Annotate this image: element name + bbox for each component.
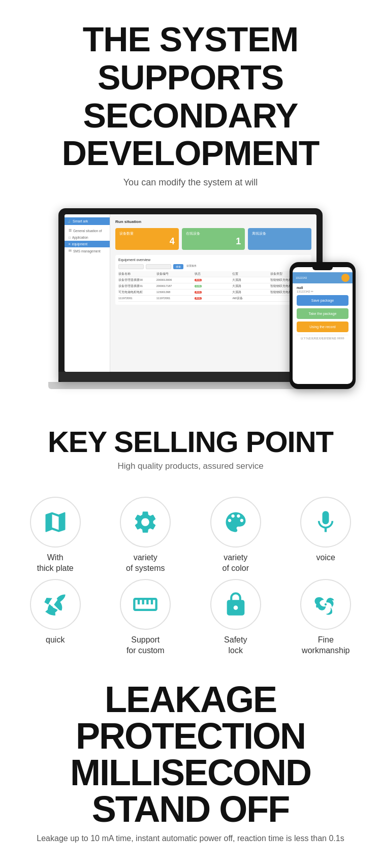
systems-label: varietyof systems	[126, 553, 165, 574]
table-row: 设备管理器摘要00 2000013006 离线 大溪路 智能物联充电柜控	[118, 277, 308, 283]
laptop-mockup: ⚓ Smart ark ☰General situation of □Appli…	[58, 208, 323, 382]
quick-label: quick	[46, 635, 65, 646]
logo-bar: ⚓ Smart ark	[65, 217, 110, 225]
standoff-title: STAND OFF	[15, 791, 366, 827]
phone-status-bar: 13122242	[293, 272, 353, 283]
phone-notch	[312, 267, 333, 270]
icons-grid: Withthick plate varietyof systems variet…	[0, 481, 381, 666]
search-btn[interactable]: 搜索	[173, 264, 183, 269]
table-row: 设备管理器摘要01 2000017187 在线 大溪路 智能物联充电柜控	[118, 283, 308, 290]
stat-card-green: 在线设备 1	[182, 228, 245, 250]
icon-item-workmanship: Fineworkmanship	[281, 579, 371, 656]
workmanship-label: Fineworkmanship	[302, 635, 350, 656]
icon-item-custom: Supportfor custom	[101, 579, 191, 656]
hero-section: THE SYSTEM SUPPORTS SECONDARY DEVELOPMEN…	[0, 0, 381, 198]
table-header: 设备名称 设备编号 状态 位置 设备类型	[118, 271, 308, 277]
stat-card-orange: 设备数量 4	[115, 228, 179, 250]
icon-item-quick: quick	[10, 579, 101, 656]
voice-circle	[300, 497, 351, 548]
color-circle	[210, 497, 261, 548]
rocket-icon	[42, 591, 69, 618]
ruler-icon	[132, 591, 158, 618]
leakage-subtitle: Leakage up to 10 mA time, instant automa…	[15, 832, 366, 845]
laptop-chin	[58, 372, 323, 382]
stat-label-2: 在线设备	[186, 231, 241, 236]
quick-circle	[30, 579, 81, 630]
selling-title: KEY SELLING POINT	[10, 425, 371, 459]
stat-label-3: 离线设备	[252, 231, 307, 236]
phone-username: null	[297, 286, 348, 290]
leakage-title: LEAKAGE PROTECTION	[15, 681, 366, 754]
stat-label-1: 设备数量	[119, 231, 175, 236]
systems-circle	[120, 497, 171, 548]
palette-icon	[223, 509, 249, 535]
leakage-section: LEAKAGE PROTECTION MILLISECOND STAND OFF…	[0, 666, 381, 850]
run-title: Run situation	[115, 219, 311, 224]
phone-number: 13122342 ✏	[297, 290, 348, 293]
mic-icon	[312, 509, 339, 535]
icon-item-safety: Safetylock	[190, 579, 281, 656]
custom-circle	[120, 579, 171, 630]
logo-text: Smart ark	[73, 219, 88, 223]
avatar	[341, 274, 350, 282]
nav-label-sms: SMS management	[73, 249, 101, 253]
phone-footer-text: 以下为您克用意充电管理查询您 00000	[297, 335, 348, 341]
table-row: 111972061 111972061 离线 AW设备	[118, 296, 308, 302]
overview-section: Equipment overview 搜索 设置服务 设备名称 设备编号	[115, 255, 311, 305]
using-record-btn[interactable]: Using the record	[297, 322, 348, 332]
device-container: ⚓ Smart ark ☰General situation of □Appli…	[0, 198, 381, 404]
millisecond-title: MILLISECOND	[15, 754, 366, 791]
screen-sidebar: ⚓ Smart ark ☰General situation of □Appli…	[65, 214, 110, 372]
phone-mockup: 13122242 null 13122342 ✏ Save package Ta…	[290, 262, 356, 389]
hero-subtitle: You can modify the system at will	[30, 177, 351, 188]
screen-main: Run situation 设备数量 4 在线设备 1 离线设备	[110, 214, 316, 372]
table-row: 可充电储电柜电柜 115001368 离线 大溪路 智能物联充电柜控	[118, 290, 308, 296]
phone-screen: 13122242 null 13122342 ✏ Save package Ta…	[293, 267, 353, 384]
selling-section: KEY SELLING POINT High quality products,…	[0, 404, 381, 481]
stat-cards: 设备数量 4 在线设备 1 离线设备	[115, 228, 311, 250]
custom-label: Supportfor custom	[126, 635, 165, 656]
nav-label-equipment: equipment	[72, 242, 87, 246]
phone-body: null 13122342 ✏ Save package Take the pa…	[293, 283, 353, 344]
overview-bar: 搜索 设置服务	[118, 264, 308, 269]
nav-item-app: □Application	[65, 234, 110, 241]
thick-plate-circle	[30, 497, 81, 548]
map-icon	[42, 509, 69, 535]
thick-plate-label: Withthick plate	[37, 553, 74, 574]
workmanship-circle	[300, 579, 351, 630]
stat-num-1: 4	[119, 236, 175, 247]
icon-item-color: varietyof color	[190, 497, 281, 574]
nav-item-general: ☰General situation of	[65, 227, 110, 234]
icon-item-systems: varietyof systems	[101, 497, 191, 574]
overview-table: 设备名称 设备编号 状态 位置 设备类型 设备管理器摘要00 200001300…	[118, 271, 308, 302]
nav-label-general: General situation of	[73, 229, 102, 233]
stat-num-2: 1	[186, 236, 241, 247]
icon-item-thickplate: Withthick plate	[10, 497, 101, 574]
selling-subtitle: High quality products, assured service	[10, 461, 371, 471]
take-package-btn[interactable]: Take the package	[297, 308, 348, 319]
icon-item-voice: voice	[281, 497, 371, 574]
voice-label: voice	[316, 553, 335, 563]
color-label: varietyof color	[223, 553, 249, 574]
gear-icon	[132, 509, 158, 535]
overview-title: Equipment overview	[118, 258, 308, 262]
laptop-screen: ⚓ Smart ark ☰General situation of □Appli…	[65, 214, 316, 372]
phone-status-num: 13122242	[296, 276, 307, 279]
nav-item-equipment: ≡equipment	[65, 241, 110, 247]
hero-title: THE SYSTEM SUPPORTS SECONDARY DEVELOPMEN…	[30, 20, 351, 172]
save-package-btn[interactable]: Save package	[297, 295, 348, 306]
lock-icon	[223, 591, 249, 618]
stat-card-blue: 离线设备	[248, 228, 311, 250]
safety-label: Safetylock	[224, 635, 247, 656]
nav-item-sms: ✉SMS management	[65, 247, 110, 254]
safety-circle	[210, 579, 261, 630]
fan-icon	[312, 591, 339, 618]
nav-label-app: Application	[72, 236, 88, 239]
